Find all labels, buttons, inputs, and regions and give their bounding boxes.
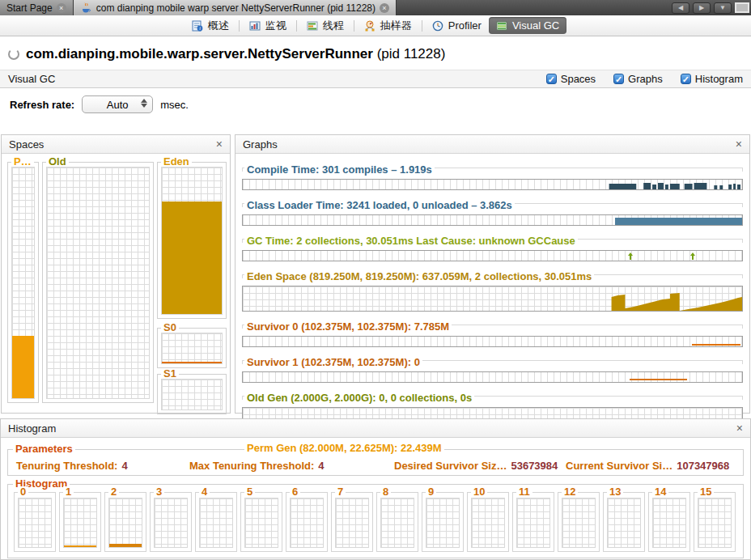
tenuring-bucket-label: 0	[18, 486, 28, 498]
view-toolbar: i 概述 监视 线程 抽样器 Profiler Visual GC	[0, 15, 751, 36]
visual-gc-icon	[496, 20, 508, 32]
tab-threads[interactable]: 线程	[299, 17, 351, 34]
refresh-rate-label: Refresh rate:	[10, 99, 74, 111]
tenuring-bucket: 4	[195, 492, 237, 552]
tenuring-bucket-label: 7	[335, 486, 346, 498]
checkbox-checked-icon[interactable]: ✓	[613, 74, 624, 84]
application-pid: (pid 11228)	[373, 46, 445, 62]
tab-overview-label: 概述	[208, 19, 229, 33]
survivor1-graph: Survivor 1 (102.375M, 102.375M): 0	[242, 354, 743, 383]
refresh-rate-select[interactable]: Auto	[82, 95, 153, 113]
tab-profiler[interactable]: Profiler	[425, 17, 489, 34]
tab-start-page[interactable]: Start Page ×	[0, 0, 74, 15]
monitor-icon	[249, 20, 261, 32]
tenuring-bucket-label: 14	[652, 486, 668, 498]
survivor1-space-grid	[161, 379, 223, 410]
tenuring-bucket-label: 13	[607, 486, 623, 498]
desired-survivor-size: Desired Survivor Siz…53673984	[394, 460, 558, 472]
tab-list-dropdown-button[interactable]: ▼	[714, 2, 732, 14]
tenuring-threshold: Tenuring Threshold:4	[16, 460, 128, 472]
gc-time-label: GC Time: 2 collections, 30.051ms Last Ca…	[244, 235, 578, 247]
profiler-icon	[432, 20, 444, 32]
nav-back-button[interactable]: ◀	[672, 2, 689, 14]
survivor0-space-fill	[162, 362, 222, 363]
overview-icon: i	[192, 20, 204, 32]
page-title: com.dianping.mobile.warp.server.NettySer…	[26, 46, 445, 62]
eden-space-box: Eden	[157, 162, 227, 319]
tenuring-bucket-label: 11	[516, 486, 532, 498]
survivor0-strip	[242, 336, 743, 347]
tenuring-bucket-grid	[607, 498, 641, 548]
current-survivor-size-label: Current Survivor Si…	[566, 460, 673, 472]
eden-strip	[242, 286, 743, 312]
tenuring-bucket: 8	[376, 492, 418, 552]
eden-graph: Eden Space (819.250M, 819.250M): 637.059…	[242, 269, 743, 312]
gc-tick	[692, 256, 694, 260]
tenuring-bucket-label: 5	[244, 486, 255, 498]
application-title-row: com.dianping.mobile.warp.server.NettySer…	[8, 46, 445, 62]
tenuring-bucket-label: 15	[698, 486, 714, 498]
threads-icon	[307, 20, 319, 32]
tenuring-threshold-value: 4	[121, 460, 127, 472]
close-icon[interactable]: ×	[380, 3, 389, 13]
nav-forward-button[interactable]: ▶	[693, 2, 711, 14]
parameters-row: Tenuring Threshold:4 Max Tenuring Thresh…	[8, 460, 743, 473]
tenuring-bucket-grid	[652, 498, 686, 548]
survivor0-space-grid	[161, 333, 223, 364]
tenuring-bucket-grid	[698, 498, 732, 548]
tab-nav-controls: ◀ ▶ ▼	[672, 0, 751, 15]
graphs-panel-title: Graphs	[243, 138, 278, 151]
tab-visual-gc[interactable]: Visual GC	[489, 17, 566, 34]
close-icon[interactable]: ×	[57, 3, 66, 13]
tenuring-bucket-grid	[471, 498, 505, 548]
tab-sampler[interactable]: 抽样器	[357, 17, 419, 34]
survivor1-strip	[242, 371, 743, 383]
visual-gc-section-bar: Visual GC ✓ Spaces ✓ Graphs ✓ Histogram	[0, 70, 751, 88]
checkbox-spaces[interactable]: ✓ Spaces	[546, 73, 596, 85]
tab-overview[interactable]: i 概述	[185, 17, 236, 34]
checkbox-graphs[interactable]: ✓ Graphs	[613, 73, 663, 85]
tenuring-bucket: 12	[558, 492, 600, 552]
eden-graph-label: Eden Space (819.250M, 819.250M): 637.059…	[244, 270, 594, 282]
tenuring-bucket-grid	[426, 498, 460, 548]
eden-space-grid	[161, 167, 223, 315]
stepper-arrows-icon	[141, 99, 147, 108]
tenuring-bucket-grid	[335, 498, 369, 548]
tenuring-bucket: 7	[331, 492, 373, 552]
checkbox-histogram[interactable]: ✓ Histogram	[681, 73, 743, 85]
tenuring-bucket-label: 6	[290, 486, 300, 498]
close-icon[interactable]: ×	[736, 422, 743, 434]
tenuring-bucket-label: 3	[154, 486, 164, 498]
tenuring-bucket-grid	[18, 498, 52, 548]
tenuring-buckets-row: 0123456789101112131415	[14, 492, 736, 552]
close-icon[interactable]: ×	[736, 138, 742, 150]
spaces-panel-body: P… Old Eden S0 S1	[2, 154, 230, 414]
survivor0-line	[692, 344, 740, 346]
view-checkbox-group: ✓ Spaces ✓ Graphs ✓ Histogram	[546, 73, 743, 85]
tab-application[interactable]: com dianping mobile warp server NettySer…	[74, 0, 397, 15]
checkbox-checked-icon[interactable]: ✓	[681, 74, 691, 84]
tenuring-bucket-label: 1	[63, 486, 74, 498]
tab-threads-label: 线程	[323, 19, 344, 33]
tenuring-bucket-fill	[64, 545, 96, 547]
java-cup-icon	[80, 2, 92, 14]
max-tenuring-threshold: Max Tenuring Threshold:4	[189, 460, 325, 472]
close-icon[interactable]: ×	[216, 138, 223, 150]
gc-time-graph: GC Time: 2 collections, 30.051ms Last Ca…	[242, 233, 743, 261]
tab-application-label: com dianping mobile warp server NettySer…	[96, 2, 376, 14]
max-tenuring-threshold-value: 4	[318, 460, 324, 472]
tenuring-bucket-fill	[109, 544, 142, 547]
perm-space-grid	[11, 167, 35, 399]
checkbox-checked-icon[interactable]: ✓	[546, 74, 557, 84]
histogram-panel-header: Histogram ×	[1, 419, 750, 438]
refresh-rate-unit: msec.	[160, 99, 189, 111]
tenuring-bucket-grid	[63, 498, 97, 548]
toolbar-separator	[422, 20, 422, 32]
current-survivor-size-value: 107347968	[677, 460, 729, 472]
tab-monitor[interactable]: 监视	[242, 17, 294, 34]
compile-time-label: Compile Time: 301 compiles – 1.919s	[244, 163, 435, 176]
histogram-panel-body: Parameters Tenuring Threshold:4 Max Tenu…	[1, 438, 750, 559]
spaces-panel: Spaces × P… Old Eden S0 S1	[1, 134, 231, 414]
tenuring-bucket: 5	[240, 492, 282, 552]
parameters-legend: Parameters	[13, 443, 75, 455]
